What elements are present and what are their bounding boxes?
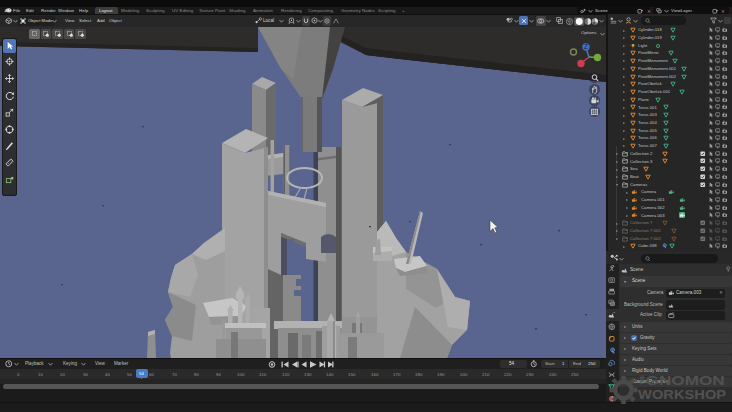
svg-text:Z: Z xyxy=(584,43,588,50)
svg-text:WORKSHOP: WORKSHOP xyxy=(638,388,726,402)
svg-text:GNOMON: GNOMON xyxy=(646,374,725,388)
